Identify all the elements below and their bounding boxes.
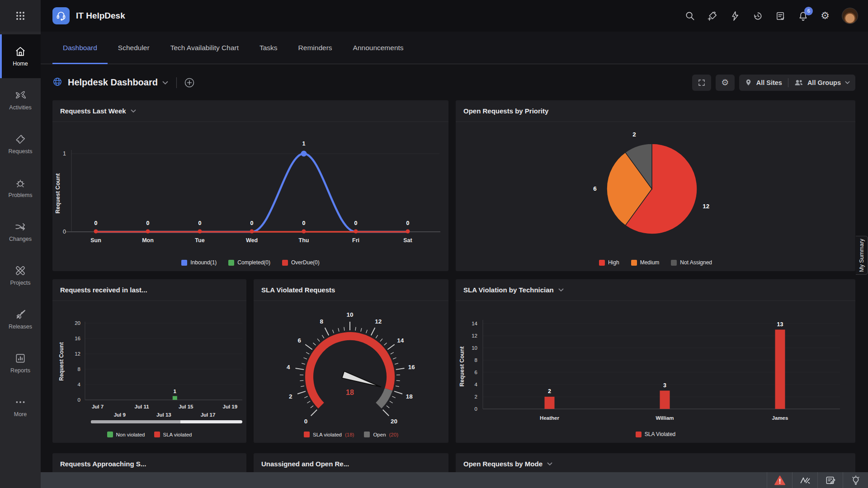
card-title: Open Requests by Mode [463,460,542,468]
settings-gear-icon[interactable]: ⚙ [821,10,830,22]
search-icon[interactable] [685,11,695,21]
changes-icon [14,221,26,233]
svg-text:0: 0 [63,229,66,235]
svg-text:Request Count: Request Count [55,173,61,214]
chart-legend: SLA Violated [456,431,855,437]
svg-text:2: 2 [548,388,551,394]
divider [176,77,177,88]
svg-text:Fri: Fri [352,237,359,244]
legend-item[interactable]: SLA violated(18) [304,432,354,437]
legend-label: High [608,259,619,266]
legend-item[interactable]: Medium [631,259,660,266]
svg-text:14: 14 [397,337,404,344]
sidebar-item-more[interactable]: More [0,385,41,429]
sidebar-item-requests[interactable]: Requests [0,122,41,166]
legend-item[interactable]: OverDue(0) [282,259,320,266]
card-title: Open Requests by Priority [463,107,548,115]
legend-item[interactable]: Completed(0) [228,259,270,266]
legend-label: SLA violated [163,432,192,437]
app-launcher-icon[interactable] [0,0,41,32]
svg-text:20: 20 [391,418,397,425]
tab-scheduler[interactable]: Scheduler [108,32,160,64]
svg-text:Wed: Wed [246,237,258,244]
sidebar-item-home[interactable]: Home [0,34,41,78]
releases-icon [14,309,26,320]
sidebar-item-label: Home [13,61,28,67]
lightbulb-tips-icon[interactable] [843,472,868,488]
fullscreen-icon[interactable] [692,75,711,91]
more-icon [14,396,26,408]
page-title: Helpdesk Dashboard [68,77,158,88]
quick-add-icon[interactable] [708,11,718,21]
chart-hscrollbar[interactable] [91,420,242,423]
my-summary-tab[interactable]: My Summary [856,236,868,275]
top-icons: 6 ⚙ [685,8,868,24]
svg-text:Jul 9: Jul 9 [114,412,126,418]
svg-text:12: 12 [75,351,80,357]
sidebar-item-releases[interactable]: Releases [0,297,41,341]
svg-text:James: James [772,415,788,421]
alerts-warning-icon[interactable] [767,472,792,488]
sidebar-item-projects[interactable]: Projects [0,253,41,297]
chevron-down-icon[interactable] [558,288,564,292]
tab-tasks[interactable]: Tasks [249,32,288,64]
add-dashboard-icon[interactable] [184,77,195,88]
svg-text:8: 8 [320,318,324,325]
card-header: Requests Last Week [52,100,448,122]
svg-text:William: William [656,415,674,421]
tab-dashboard[interactable]: Dashboard [52,32,108,64]
svg-text:4: 4 [475,382,478,387]
survey-icon[interactable] [775,11,786,21]
svg-text:0: 0 [354,220,358,226]
zia-assistant-icon[interactable] [792,472,817,488]
card-title: SLA Violated Requests [261,286,335,294]
legend-label: Open [373,432,386,437]
svg-text:3: 3 [663,382,666,389]
legend-item[interactable]: High [599,259,619,266]
sidebar-item-changes[interactable]: Changes [0,210,41,253]
legend-value: (20) [389,432,398,437]
legend-swatch [181,260,187,266]
svg-text:Heather: Heather [540,415,559,421]
legend-value: (18) [345,432,354,437]
legend-item[interactable]: SLA Violated [636,431,676,437]
sidebar-item-activities[interactable]: Activities [0,78,41,122]
legend-item[interactable]: SLA violated [154,432,192,437]
card-header: Open Requests by Mode [456,453,855,475]
headset-logo-icon [52,7,70,24]
legend-item[interactable]: Open(20) [364,432,398,437]
svg-text:0: 0 [302,220,306,226]
sidebar-item-problems[interactable]: Problems [0,166,41,210]
scrollbar-thumb[interactable] [91,420,180,423]
svg-text:0: 0 [198,220,202,226]
dashboard-settings-gear-icon[interactable]: ⚙ [716,75,735,91]
legend-item[interactable]: Not Assigned [671,259,712,266]
chevron-down-icon[interactable] [547,462,552,466]
card-open-requests-by-priority: Open Requests by Priority 1262 HighMediu… [456,100,855,271]
scope-filter: All Sites All Groups [739,75,855,91]
chevron-down-icon[interactable] [131,109,136,113]
tab-announcements[interactable]: Announcements [343,32,414,64]
legend-item[interactable]: Non violated [107,432,145,437]
legend-swatch [154,432,160,437]
svg-text:10: 10 [472,345,477,351]
requests-last-week-chart: 10Request CountSunMonTueWedThuFriSat0000… [52,122,448,251]
user-avatar[interactable] [842,8,858,24]
tab-tech-availability-chart[interactable]: Tech Availability Chart [160,32,249,64]
tab-reminders[interactable]: Reminders [288,32,343,64]
legend-label: OverDue(0) [291,259,320,266]
notifications-bell-icon[interactable]: 6 [798,11,808,21]
site-filter-button[interactable]: All Sites [756,79,782,86]
svg-text:Tue: Tue [195,237,204,244]
svg-text:12: 12 [375,318,382,325]
dashboard-dropdown-chevron-icon[interactable] [162,79,168,87]
notes-edit-icon[interactable] [817,472,843,488]
history-icon[interactable] [753,11,763,21]
flash-icon[interactable] [730,11,741,21]
legend-label: Medium [640,259,660,266]
group-filter-button[interactable]: All Groups [807,79,841,86]
sidebar-item-reports[interactable]: Reports [0,341,41,385]
legend-item[interactable]: Inbound(1) [181,259,217,266]
svg-text:2: 2 [289,393,292,400]
bottom-status-bar [41,472,868,488]
